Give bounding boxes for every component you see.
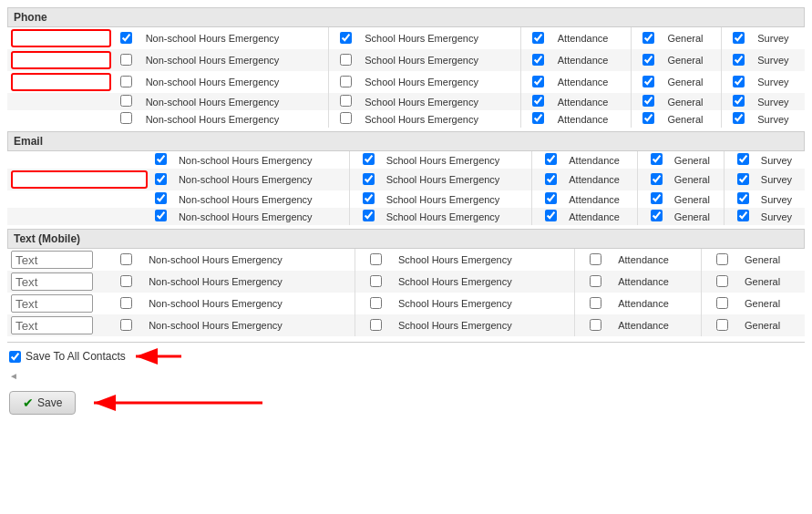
- text-row2-nonschool-cb[interactable]: [120, 275, 132, 287]
- email-row3-survey-cb[interactable]: [737, 192, 749, 204]
- phone-section-header: Phone: [7, 7, 805, 27]
- text-input-4[interactable]: [11, 316, 93, 334]
- email-row4-survey-cb[interactable]: [737, 210, 749, 221]
- survey-label-p1: Survey: [754, 27, 805, 49]
- phone-row3-nonschool-cb[interactable]: [120, 76, 132, 87]
- phone-row2-survey-cb[interactable]: [733, 54, 745, 66]
- school-label-p1: School Hours Emergency: [361, 27, 520, 49]
- phone-row-4: Non-school Hours Emergency School Hours …: [7, 93, 805, 110]
- text-row1-attendance-cb[interactable]: [590, 253, 601, 265]
- phone-row1-survey-cb[interactable]: [733, 32, 745, 44]
- email-row3-school-cb[interactable]: [363, 192, 375, 204]
- email-label: Email: [14, 135, 43, 148]
- text-input-1[interactable]: [11, 251, 93, 269]
- text-row1-general-cb[interactable]: [716, 253, 728, 265]
- text-row-4: Non-school Hours Emergency School Hours …: [7, 314, 805, 336]
- phone-input-1[interactable]: [11, 29, 111, 47]
- save-button-label: Save: [37, 396, 62, 409]
- phone-row3-general-cb[interactable]: [642, 76, 654, 87]
- phone-row5-attendance-cb[interactable]: [532, 112, 544, 124]
- text-row4-attendance-cb[interactable]: [590, 319, 601, 331]
- email-row2-survey-cb[interactable]: [737, 173, 749, 185]
- email-row2-nonschool-cb[interactable]: [155, 173, 167, 185]
- text-input-3[interactable]: [11, 294, 93, 313]
- phone-row3-attendance-cb[interactable]: [532, 76, 544, 87]
- nonschool-label-p1: Non-school Hours Emergency: [142, 27, 328, 49]
- text-row-3: Non-school Hours Emergency School Hours …: [7, 293, 805, 314]
- email-input-1[interactable]: [11, 170, 148, 189]
- phone-row2-nonschool-cb[interactable]: [120, 54, 132, 66]
- save-to-all-checkbox[interactable]: [9, 351, 21, 363]
- text-row3-nonschool-cb[interactable]: [120, 297, 132, 309]
- phone-row1-school-cb[interactable]: [340, 32, 352, 44]
- phone-input-2[interactable]: [11, 51, 111, 69]
- email-row-3: Non-school Hours Emergency School Hours …: [7, 190, 805, 208]
- phone-row5-nonschool-cb[interactable]: [120, 112, 132, 124]
- phone-row-5: Non-school Hours Emergency School Hours …: [7, 110, 805, 128]
- email-row4-general-cb[interactable]: [651, 210, 663, 221]
- phone-row4-general-cb[interactable]: [642, 95, 654, 107]
- phone-row1-general-cb[interactable]: [642, 32, 654, 44]
- email-row-2: Non-school Hours Emergency School Hours …: [7, 169, 805, 190]
- phone-row1-attendance-cb[interactable]: [532, 32, 544, 44]
- attendance-label-p1: Attendance: [554, 27, 631, 49]
- phone-row3-school-cb[interactable]: [340, 76, 352, 87]
- text-row2-attendance-cb[interactable]: [590, 275, 601, 287]
- scroll-indicator: ◄: [7, 370, 805, 382]
- text-row3-school-cb[interactable]: [370, 297, 382, 309]
- email-row4-school-cb[interactable]: [363, 210, 375, 221]
- phone-row5-survey-cb[interactable]: [733, 112, 745, 124]
- red-arrow-1: [131, 345, 186, 367]
- phone-row5-general-cb[interactable]: [642, 112, 654, 124]
- phone-row-2: Non-school Hours Emergency School Hours …: [7, 49, 805, 71]
- general-label-p1: General: [663, 27, 721, 49]
- text-row-2: Non-school Hours Emergency School Hours …: [7, 271, 805, 293]
- phone-row2-school-cb[interactable]: [340, 54, 352, 66]
- phone-row4-nonschool-cb[interactable]: [120, 95, 132, 107]
- phone-input-3[interactable]: [11, 73, 111, 91]
- red-arrow-2: [85, 389, 267, 416]
- email-row3-general-cb[interactable]: [651, 192, 663, 204]
- phone-row3-survey-cb[interactable]: [733, 76, 745, 87]
- save-to-all-row: Save To All Contacts: [7, 342, 805, 370]
- phone-row5-school-cb[interactable]: [340, 112, 352, 124]
- email-row-1: Non-school Hours Emergency School Hours …: [7, 151, 805, 169]
- text-row4-nonschool-cb[interactable]: [120, 319, 132, 331]
- save-button[interactable]: ✔ Save: [9, 391, 76, 415]
- text-row1-nonschool-cb[interactable]: [120, 253, 132, 265]
- phone-row2-general-cb[interactable]: [642, 54, 654, 66]
- text-row3-attendance-cb[interactable]: [590, 297, 601, 309]
- email-table: Non-school Hours Emergency School Hours …: [7, 151, 805, 225]
- phone-label: Phone: [14, 11, 47, 24]
- text-mobile-label: Text (Mobile): [14, 232, 80, 245]
- phone-row4-attendance-cb[interactable]: [532, 95, 544, 107]
- text-row2-school-cb[interactable]: [370, 275, 382, 287]
- text-row4-general-cb[interactable]: [716, 319, 728, 331]
- email-row4-attendance-cb[interactable]: [545, 210, 557, 221]
- email-row1-attendance-cb[interactable]: [545, 153, 557, 165]
- email-row2-school-cb[interactable]: [363, 173, 375, 185]
- email-row1-general-cb[interactable]: [651, 153, 663, 165]
- email-row2-attendance-cb[interactable]: [545, 173, 557, 185]
- text-row2-general-cb[interactable]: [716, 275, 728, 287]
- text-row4-school-cb[interactable]: [370, 319, 382, 331]
- email-row1-survey-cb[interactable]: [737, 153, 749, 165]
- text-row3-general-cb[interactable]: [716, 297, 728, 309]
- email-row1-school-cb[interactable]: [363, 153, 375, 165]
- phone-row1-nonschool-cb[interactable]: [120, 32, 132, 44]
- phone-row-1: Non-school Hours Emergency School Hours …: [7, 27, 805, 49]
- save-to-all-label: Save To All Contacts: [26, 350, 126, 363]
- phone-row4-school-cb[interactable]: [340, 95, 352, 107]
- email-row4-nonschool-cb[interactable]: [155, 210, 167, 221]
- text-input-2[interactable]: [11, 272, 93, 291]
- text-row-1: Non-school Hours Emergency School Hours …: [7, 249, 805, 271]
- phone-table: Non-school Hours Emergency School Hours …: [7, 27, 805, 128]
- phone-row4-survey-cb[interactable]: [733, 95, 745, 107]
- email-row3-nonschool-cb[interactable]: [155, 192, 167, 204]
- text-section-header: Text (Mobile): [7, 229, 805, 249]
- text-row1-school-cb[interactable]: [370, 253, 382, 265]
- phone-row2-attendance-cb[interactable]: [532, 54, 544, 66]
- email-row1-nonschool-cb[interactable]: [155, 153, 167, 165]
- email-row2-general-cb[interactable]: [651, 173, 663, 185]
- email-row3-attendance-cb[interactable]: [545, 192, 557, 204]
